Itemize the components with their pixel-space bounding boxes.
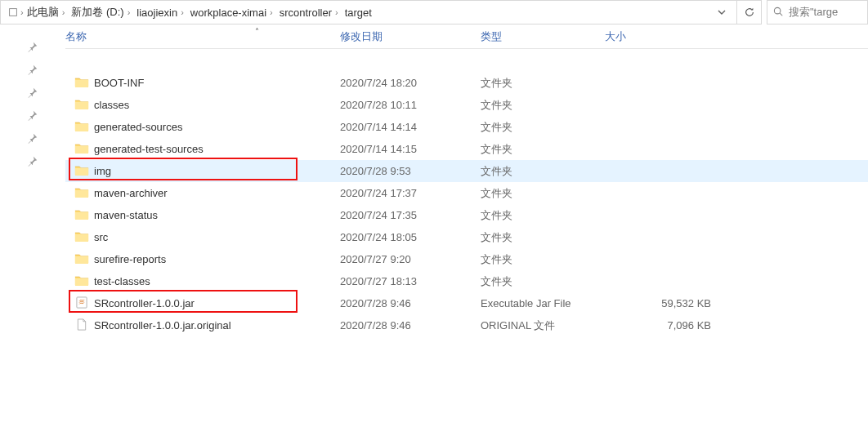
svg-line-2: [780, 13, 782, 16]
chevron-right-icon[interactable]: ›: [62, 8, 65, 17]
folder-icon: [74, 76, 89, 91]
breadcrumb-item[interactable]: 新加卷 (D:)›: [69, 5, 132, 20]
folder-row[interactable]: test-classes2020/7/27 18:13文件夹: [65, 270, 868, 292]
breadcrumb-label: srcontroller: [280, 7, 332, 19]
pin-icon[interactable]: [27, 155, 38, 167]
folder-row[interactable]: generated-test-sources2020/7/14 14:15文件夹: [65, 138, 868, 160]
folder-icon: [74, 252, 89, 267]
breadcrumb-label: 新加卷 (D:): [71, 5, 123, 20]
folder-icon: [74, 142, 89, 157]
history-recent-icon[interactable]: ›: [6, 7, 25, 18]
file-date: 2020/7/27 9:20: [340, 253, 411, 265]
file-list: BOOT-INF2020/7/24 18:20文件夹classes2020/7/…: [65, 49, 868, 336]
file-name: SRcontroller-1.0.0.jar: [94, 297, 195, 309]
search-input[interactable]: 搜索"targe: [767, 0, 868, 24]
file-name: maven-status: [94, 209, 158, 221]
breadcrumb-label: workplace-ximai: [190, 7, 266, 19]
file-date: 2020/7/14 14:15: [340, 143, 417, 155]
column-header-size[interactable]: 大小: [605, 29, 626, 44]
file-name: generated-test-sources: [94, 143, 204, 155]
folder-row[interactable]: BOOT-INF2020/7/24 18:20文件夹: [65, 72, 868, 94]
pin-icon[interactable]: [27, 132, 38, 144]
chevron-right-icon[interactable]: ›: [181, 8, 184, 17]
file-date: 2020/7/24 17:35: [340, 209, 417, 221]
quick-access-gutter: [0, 24, 65, 445]
svg-rect-3: [77, 296, 87, 307]
folder-row[interactable]: img2020/7/28 9:53文件夹: [65, 160, 868, 182]
file-name: SRcontroller-1.0.0.jar.original: [94, 319, 231, 332]
folder-icon: [74, 186, 89, 201]
file-type: 文件夹: [481, 274, 512, 289]
sort-caret-icon: ˄: [255, 27, 259, 36]
breadcrumb-label: target: [345, 7, 372, 19]
pin-icon[interactable]: [27, 109, 38, 121]
folder-row[interactable]: src2020/7/24 18:05文件夹: [65, 226, 868, 248]
file-type: 文件夹: [481, 120, 512, 135]
file-type: 文件夹: [481, 76, 512, 91]
search-placeholder: 搜索"targe: [789, 5, 838, 20]
refresh-icon: [744, 7, 755, 18]
file-date: 2020/7/14 14:14: [340, 121, 417, 133]
address-dropdown-button[interactable]: [712, 7, 732, 17]
file-date: 2020/7/28 9:53: [340, 165, 411, 177]
file-row[interactable]: SRcontroller-1.0.0.jar2020/7/28 9:46Exec…: [65, 292, 868, 314]
chevron-down-icon: [717, 7, 727, 17]
jar-file-icon: [74, 296, 89, 311]
chevron-right-icon[interactable]: ›: [335, 8, 338, 17]
file-date: 2020/7/28 10:11: [340, 99, 417, 111]
breadcrumb-item[interactable]: workplace-ximai›: [189, 7, 275, 19]
breadcrumb-label: liaojiexin: [136, 7, 177, 19]
folder-row[interactable]: surefire-reports2020/7/27 9:20文件夹: [65, 248, 868, 270]
folder-icon: [74, 164, 89, 179]
folder-row[interactable]: maven-status2020/7/24 17:35文件夹: [65, 204, 868, 226]
pin-icon[interactable]: [27, 41, 38, 52]
file-date: 2020/7/24 18:05: [340, 231, 417, 243]
file-date: 2020/7/24 18:20: [340, 77, 417, 89]
folder-row[interactable]: maven-archiver2020/7/24 17:37文件夹: [65, 182, 868, 204]
svg-rect-0: [10, 9, 17, 16]
svg-point-1: [774, 7, 781, 14]
folder-row[interactable]: generated-sources2020/7/14 14:14文件夹: [65, 116, 868, 138]
file-name: src: [94, 231, 108, 243]
file-size: 59,532 KB: [605, 297, 711, 309]
breadcrumb-item[interactable]: target: [343, 7, 374, 19]
chevron-right-icon[interactable]: ›: [270, 8, 273, 17]
pin-icon[interactable]: [27, 87, 38, 98]
file-date: 2020/7/28 9:46: [340, 319, 411, 332]
pin-icon[interactable]: [27, 64, 38, 75]
file-name: maven-archiver: [94, 187, 168, 199]
column-header-date[interactable]: 修改日期: [340, 29, 383, 44]
breadcrumb-item[interactable]: srcontroller›: [278, 7, 340, 19]
file-row[interactable]: SRcontroller-1.0.0.jar.original2020/7/28…: [65, 314, 868, 336]
file-size: 7,096 KB: [605, 319, 711, 332]
file-name: generated-sources: [94, 121, 182, 133]
file-type: 文件夹: [481, 164, 512, 179]
file-date: 2020/7/27 18:13: [340, 275, 417, 287]
search-icon: [772, 6, 784, 20]
file-name: classes: [94, 99, 129, 111]
breadcrumb: 此电脑› 新加卷 (D:)› liaojiexin› workplace-xim…: [25, 5, 712, 20]
folder-icon: [74, 274, 89, 289]
folder-icon: [74, 230, 89, 245]
folder-icon: [74, 98, 89, 113]
address-bar[interactable]: › 此电脑› 新加卷 (D:)› liaojiexin› workplace-x…: [0, 0, 737, 24]
folder-icon: [74, 208, 89, 223]
refresh-button[interactable]: [737, 0, 762, 24]
file-type: 文件夹: [481, 208, 512, 223]
file-type: 文件夹: [481, 186, 512, 201]
breadcrumb-item[interactable]: liaojiexin›: [135, 7, 186, 19]
folder-row[interactable]: classes2020/7/28 10:11文件夹: [65, 94, 868, 116]
file-date: 2020/7/28 9:46: [340, 297, 411, 309]
file-type: 文件夹: [481, 142, 512, 157]
file-type: ORIGINAL 文件: [481, 318, 555, 333]
column-header-type[interactable]: 类型: [481, 29, 502, 44]
file-type: 文件夹: [481, 98, 512, 113]
breadcrumb-item[interactable]: 此电脑›: [25, 5, 67, 20]
file-name: surefire-reports: [94, 253, 166, 265]
file-name: BOOT-INF: [94, 77, 144, 89]
file-name: img: [94, 165, 111, 177]
chevron-right-icon[interactable]: ›: [128, 8, 131, 17]
file-icon: [74, 318, 89, 333]
file-date: 2020/7/24 17:37: [340, 187, 417, 199]
column-header-name[interactable]: 名称: [65, 29, 87, 44]
